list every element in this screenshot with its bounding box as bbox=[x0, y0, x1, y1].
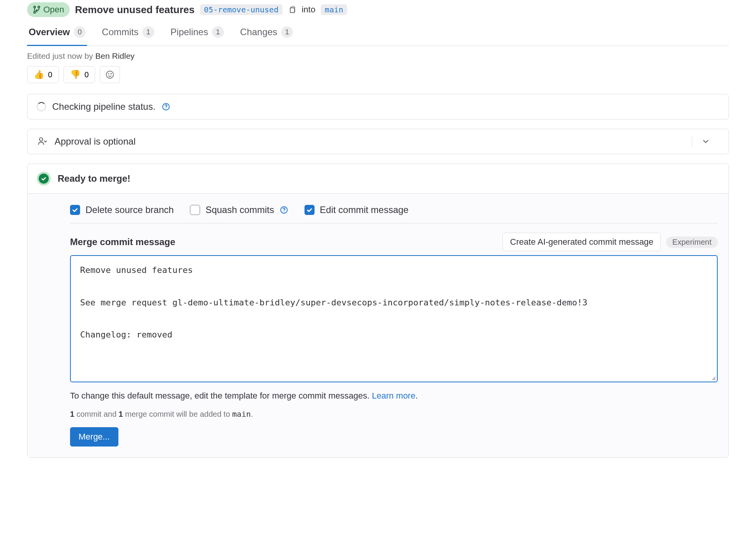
commit-info: 1 commit and 1 merge commit will be adde… bbox=[70, 401, 718, 419]
spinner-icon bbox=[37, 102, 46, 111]
checkbox-indicator bbox=[70, 205, 80, 215]
tab-commits[interactable]: Commits 1 bbox=[100, 21, 156, 46]
commit-message-wrapper bbox=[70, 255, 718, 382]
svg-point-4 bbox=[106, 71, 114, 78]
check-icon bbox=[41, 176, 47, 182]
merge-request-icon bbox=[32, 5, 41, 14]
checkbox-indicator bbox=[190, 205, 200, 215]
svg-point-5 bbox=[108, 73, 109, 74]
tab-label: Overview bbox=[29, 27, 70, 37]
target-branch[interactable]: main bbox=[321, 4, 347, 15]
merge-panel-header: Ready to merge! bbox=[27, 164, 729, 193]
thumbs-up-button[interactable]: 👍 0 bbox=[27, 66, 59, 83]
svg-point-6 bbox=[111, 73, 112, 74]
commit-message-section: Merge commit message Create AI-generated… bbox=[70, 223, 718, 447]
chevron-down-icon bbox=[701, 137, 710, 146]
merge-panel: Ready to merge! Delete source branch Squ… bbox=[27, 164, 729, 458]
ready-title: Ready to merge! bbox=[58, 173, 130, 184]
pipeline-status-panel: Checking pipeline status. bbox=[27, 94, 729, 119]
merge-request-header: Open Remove unused features 05-remove-un… bbox=[27, 0, 729, 21]
tab-count: 1 bbox=[281, 26, 293, 38]
merge-options: Delete source branch Squash commits bbox=[70, 194, 718, 223]
learn-more-link[interactable]: Learn more bbox=[372, 391, 416, 401]
tab-pipelines[interactable]: Pipelines 1 bbox=[169, 21, 226, 46]
thumbs-up-count: 0 bbox=[48, 70, 52, 79]
squash-commits-checkbox[interactable]: Squash commits bbox=[190, 205, 288, 215]
thumbs-down-icon: 👎 bbox=[70, 70, 80, 80]
merge-request-title: Remove unused features bbox=[75, 4, 195, 16]
checkbox-label: Delete source branch bbox=[86, 205, 174, 215]
commit-message-textarea[interactable] bbox=[71, 256, 717, 380]
copy-branch-icon[interactable] bbox=[288, 5, 296, 14]
help-icon[interactable] bbox=[280, 206, 288, 214]
commit-message-title: Merge commit message bbox=[70, 237, 175, 247]
approvers-icon[interactable] bbox=[37, 136, 48, 147]
status-label: Open bbox=[43, 5, 64, 15]
svg-point-0 bbox=[34, 6, 35, 8]
checkbox-label: Squash commits bbox=[205, 205, 274, 215]
author-link[interactable]: Ben Ridley bbox=[95, 51, 135, 60]
tab-count: 0 bbox=[74, 26, 86, 38]
tabs: Overview 0 Commits 1 Pipelines 1 Changes… bbox=[27, 21, 729, 46]
tab-label: Commits bbox=[102, 27, 139, 37]
svg-point-9 bbox=[39, 138, 43, 141]
into-label: into bbox=[302, 5, 315, 15]
help-icon[interactable] bbox=[162, 102, 170, 111]
pipeline-status-text: Checking pipeline status. bbox=[52, 101, 156, 112]
smiley-icon bbox=[105, 70, 115, 79]
edited-by: Edited just now by Ben Ridley bbox=[27, 46, 729, 66]
svg-rect-3 bbox=[290, 8, 294, 12]
ready-status-icon bbox=[37, 172, 51, 186]
tab-changes[interactable]: Changes 1 bbox=[239, 21, 295, 46]
svg-point-11 bbox=[284, 211, 284, 212]
svg-point-1 bbox=[34, 12, 35, 13]
tab-count: 1 bbox=[142, 26, 154, 38]
merge-panel-body: Delete source branch Squash commits bbox=[27, 193, 729, 457]
checkbox-label: Edit commit message bbox=[320, 205, 409, 215]
tab-label: Pipelines bbox=[171, 27, 208, 37]
status-badge: Open bbox=[27, 2, 70, 17]
source-branch[interactable]: 05-remove-unused bbox=[200, 4, 282, 15]
resize-handle[interactable] bbox=[710, 375, 716, 381]
ai-generate-commit-button[interactable]: Create AI-generated commit message bbox=[503, 233, 661, 251]
add-reaction-button[interactable] bbox=[100, 66, 120, 83]
experiment-badge: Experiment bbox=[666, 237, 718, 248]
reactions-bar: 👍 0 👎 0 bbox=[27, 66, 729, 94]
thumbs-up-icon: 👍 bbox=[34, 70, 44, 80]
svg-point-2 bbox=[38, 6, 39, 8]
tab-label: Changes bbox=[240, 27, 277, 37]
expand-approval-button[interactable] bbox=[692, 136, 719, 147]
tab-overview[interactable]: Overview 0 bbox=[27, 21, 87, 46]
edit-commit-message-checkbox[interactable]: Edit commit message bbox=[304, 205, 409, 215]
checkbox-indicator bbox=[304, 205, 315, 215]
thumbs-down-button[interactable]: 👎 0 bbox=[63, 66, 95, 83]
tab-count: 1 bbox=[212, 26, 224, 38]
commit-message-subtext: To change this default message, edit the… bbox=[70, 382, 718, 401]
delete-source-branch-checkbox[interactable]: Delete source branch bbox=[70, 205, 174, 215]
merge-button[interactable]: Merge... bbox=[70, 427, 118, 447]
approval-text: Approval is optional bbox=[55, 136, 135, 147]
edited-prefix: Edited just now by bbox=[27, 51, 95, 60]
thumbs-down-count: 0 bbox=[84, 70, 89, 79]
svg-point-8 bbox=[166, 108, 166, 109]
approval-panel: Approval is optional bbox=[27, 129, 729, 154]
